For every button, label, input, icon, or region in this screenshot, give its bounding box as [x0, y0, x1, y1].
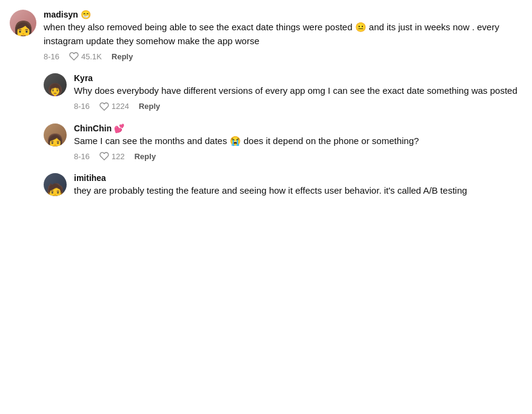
like-button-chinchin[interactable]: 122: [99, 151, 125, 161]
avatar-figure-imitihea: 🧑: [46, 184, 64, 196]
comment-meta-chinchin: 8-16 122 Reply: [74, 151, 522, 161]
avatar-imitihea: 🧑: [44, 173, 67, 196]
like-button-madisyn[interactable]: 45.1K: [69, 51, 102, 61]
comment-date-kyra: 8-16: [74, 102, 90, 111]
avatar-figure: 👩: [13, 22, 34, 36]
heart-icon-chinchin: [99, 151, 109, 161]
reply-button-chinchin[interactable]: Reply: [135, 152, 156, 161]
comment-date-madisyn: 8-16: [44, 52, 59, 61]
comment-meta-madisyn: 8-16 45.1K Reply: [44, 51, 522, 61]
username-kyra: Kyra: [74, 73, 522, 83]
avatar-madisyn: 👩: [10, 10, 36, 36]
reply-button-madisyn[interactable]: Reply: [111, 52, 133, 61]
comment-text-kyra: Why does everybody have different versio…: [74, 84, 522, 98]
reply-button-kyra[interactable]: Reply: [139, 102, 160, 111]
comment-text-madisyn: when they also removed being able to see…: [44, 21, 522, 48]
comment-imitihea: 🧑 imitihea they are probably testing the…: [44, 173, 522, 202]
username-text-chinchin: ChinChin: [74, 123, 111, 133]
username-imitihea: imitihea: [74, 173, 522, 183]
like-count-chinchin: 122: [111, 152, 125, 161]
comment-chinchin: 👩 ChinChin 💕 Same I can see the months a…: [44, 123, 522, 162]
comment-text-imitihea: they are probably testing the feature an…: [74, 184, 522, 198]
comment-kyra: 👩‍🦱 Kyra Why does everybody have differe…: [44, 73, 522, 111]
comment-body-kyra: Kyra Why does everybody have different v…: [74, 73, 522, 111]
comment-body-madisyn: madisyn 😁 when they also removed being a…: [44, 10, 522, 61]
avatar-chinchin: 👩: [44, 123, 67, 146]
avatar-figure-chinchin: 👩: [46, 134, 64, 146]
username-text-imitihea: imitihea: [74, 173, 106, 183]
username-emoji: 😁: [81, 10, 91, 19]
username-text: madisyn: [44, 10, 78, 19]
heart-icon-kyra: [99, 102, 109, 111]
username-emoji-chinchin: 💕: [114, 123, 124, 133]
comment-text-chinchin: Same I can see the months and dates 😭 do…: [74, 134, 522, 148]
heart-icon-madisyn: [69, 51, 79, 61]
comment-body-imitihea: imitihea they are probably testing the f…: [74, 173, 522, 202]
like-count-madisyn: 45.1K: [81, 52, 102, 61]
like-button-kyra[interactable]: 1224: [99, 102, 129, 111]
comment-madisyn: 👩 madisyn 😁 when they also removed being…: [10, 10, 522, 61]
avatar-figure-kyra: 👩‍🦱: [46, 84, 64, 96]
username-madisyn: madisyn 😁: [44, 10, 522, 19]
comment-date-chinchin: 8-16: [74, 152, 90, 161]
comment-body-chinchin: ChinChin 💕 Same I can see the months and…: [74, 123, 522, 162]
username-chinchin: ChinChin 💕: [74, 123, 522, 133]
avatar-kyra: 👩‍🦱: [44, 73, 67, 96]
comment-meta-kyra: 8-16 1224 Reply: [74, 102, 522, 111]
username-text-kyra: Kyra: [74, 73, 93, 83]
like-count-kyra: 1224: [111, 102, 129, 111]
